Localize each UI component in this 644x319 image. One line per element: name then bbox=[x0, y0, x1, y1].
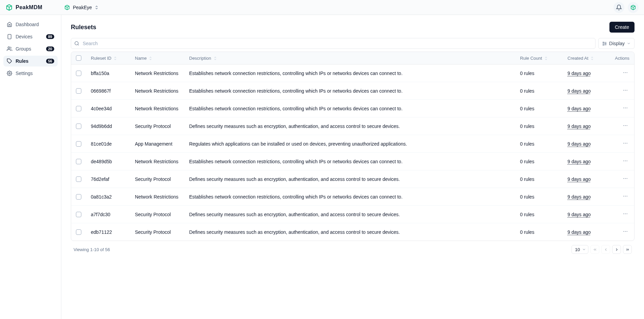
row-checkbox[interactable] bbox=[76, 106, 81, 111]
col-header-label: Ruleset ID bbox=[91, 56, 112, 61]
pager-last-button[interactable] bbox=[623, 245, 632, 254]
select-all-checkbox[interactable] bbox=[76, 55, 81, 61]
row-checkbox[interactable] bbox=[76, 212, 81, 217]
svg-point-15 bbox=[627, 72, 627, 73]
cell-created[interactable]: 9 days ago bbox=[567, 212, 591, 217]
cell-id: 81ce01de bbox=[86, 135, 130, 153]
cell-count: 0 rules bbox=[515, 117, 563, 135]
pager-prev-button[interactable] bbox=[601, 245, 610, 254]
row-actions-button[interactable] bbox=[621, 192, 629, 201]
col-header-id[interactable]: Ruleset ID bbox=[86, 52, 130, 64]
row-actions-button[interactable] bbox=[621, 139, 629, 148]
table-row[interactable]: edb71122 Security Protocol Defines secur… bbox=[71, 223, 634, 241]
row-actions-button[interactable] bbox=[621, 157, 629, 166]
chevrons-left-icon bbox=[593, 247, 597, 252]
row-actions-button[interactable] bbox=[621, 104, 629, 113]
col-header-created[interactable]: Created At bbox=[563, 52, 610, 64]
row-checkbox[interactable] bbox=[76, 71, 81, 76]
more-horizontal-icon bbox=[623, 140, 628, 146]
row-checkbox[interactable] bbox=[76, 229, 81, 235]
cell-id: 4c0ee34d bbox=[86, 100, 130, 117]
sliders-icon bbox=[602, 41, 607, 46]
cell-description: Establishes network connection restricti… bbox=[184, 64, 515, 82]
cell-id: 76d2efaf bbox=[86, 170, 130, 188]
row-checkbox[interactable] bbox=[76, 194, 81, 200]
cell-created[interactable]: 9 days ago bbox=[567, 159, 591, 164]
pager-first-button[interactable] bbox=[590, 245, 599, 254]
cell-created[interactable]: 9 days ago bbox=[567, 229, 591, 235]
cell-name: Security Protocol bbox=[130, 117, 184, 135]
cell-id: de489d5b bbox=[86, 153, 130, 170]
sidebar-item-dashboard[interactable]: Dashboard bbox=[3, 19, 58, 30]
row-checkbox[interactable] bbox=[76, 176, 81, 182]
cell-description: Establishes network connection restricti… bbox=[184, 100, 515, 117]
cell-created[interactable]: 9 days ago bbox=[567, 194, 591, 200]
cell-description: Establishes network connection restricti… bbox=[184, 153, 515, 170]
cell-name: Network Restrictions bbox=[130, 100, 184, 117]
col-header-label: Description bbox=[189, 56, 211, 61]
cell-count: 0 rules bbox=[515, 153, 563, 170]
pager-next-button[interactable] bbox=[612, 245, 621, 254]
table-row[interactable]: a7f7dc30 Security Protocol Defines secur… bbox=[71, 206, 634, 223]
row-checkbox[interactable] bbox=[76, 159, 81, 164]
row-checkbox[interactable] bbox=[76, 88, 81, 94]
table-row[interactable]: bffa150a Network Restrictions Establishe… bbox=[71, 64, 634, 82]
svg-point-33 bbox=[627, 178, 627, 179]
svg-point-25 bbox=[623, 143, 624, 144]
table-row[interactable]: 81ce01de App Management Regulates which … bbox=[71, 135, 634, 153]
notifications-button[interactable] bbox=[613, 2, 624, 13]
sidebar-item-rules[interactable]: Rules 56 bbox=[3, 56, 58, 67]
page-size-selector[interactable]: 10 bbox=[571, 245, 588, 254]
cell-created[interactable]: 9 days ago bbox=[567, 106, 591, 111]
col-header-description[interactable]: Description bbox=[184, 52, 515, 64]
header: PeakMDM PeakEye bbox=[0, 0, 644, 15]
svg-point-2 bbox=[8, 47, 9, 49]
cell-id: 0669867f bbox=[86, 82, 130, 100]
more-horizontal-icon bbox=[623, 158, 628, 164]
table-row[interactable]: 4c0ee34d Network Restrictions Establishe… bbox=[71, 100, 634, 117]
table-row[interactable]: 0a81c3a2 Network Restrictions Establishe… bbox=[71, 188, 634, 206]
col-header-count[interactable]: Rule Count bbox=[515, 52, 563, 64]
svg-point-38 bbox=[625, 213, 626, 214]
cell-count: 0 rules bbox=[515, 64, 563, 82]
row-actions-button[interactable] bbox=[621, 227, 629, 237]
cell-name: Network Restrictions bbox=[130, 64, 184, 82]
table-row[interactable]: 76d2efaf Security Protocol Defines secur… bbox=[71, 170, 634, 188]
cell-created[interactable]: 9 days ago bbox=[567, 176, 591, 182]
page-header: Rulesets Create bbox=[71, 22, 635, 33]
cell-description: Defines security measures such as encryp… bbox=[184, 223, 515, 241]
cell-count: 0 rules bbox=[515, 82, 563, 100]
avatar-button[interactable] bbox=[628, 2, 639, 13]
svg-rect-0 bbox=[8, 34, 11, 39]
sidebar-item-label: Devices bbox=[16, 34, 43, 39]
cell-name: Network Restrictions bbox=[130, 188, 184, 206]
tag-icon bbox=[7, 58, 12, 64]
sidebar-item-groups[interactable]: Groups 20 bbox=[3, 43, 58, 54]
row-actions-button[interactable] bbox=[621, 86, 629, 95]
row-actions-button[interactable] bbox=[621, 69, 629, 78]
svg-point-26 bbox=[625, 143, 626, 144]
cell-count: 0 rules bbox=[515, 135, 563, 153]
col-header-name[interactable]: Name bbox=[130, 52, 184, 64]
sidebar-item-devices[interactable]: Devices 89 bbox=[3, 31, 58, 42]
sidebar-badge: 20 bbox=[46, 46, 54, 51]
table-row[interactable]: de489d5b Network Restrictions Establishe… bbox=[71, 153, 634, 170]
create-button[interactable]: Create bbox=[609, 22, 635, 33]
cell-created[interactable]: 9 days ago bbox=[567, 88, 591, 94]
sidebar-badge: 56 bbox=[46, 59, 54, 63]
search-input[interactable] bbox=[71, 38, 596, 49]
row-checkbox[interactable] bbox=[76, 141, 81, 147]
row-checkbox[interactable] bbox=[76, 124, 81, 129]
sidebar-item-settings[interactable]: Settings bbox=[3, 68, 58, 79]
row-actions-button[interactable] bbox=[621, 210, 629, 219]
cell-created[interactable]: 9 days ago bbox=[567, 124, 591, 129]
org-selector[interactable]: PeakEye bbox=[61, 3, 101, 12]
row-actions-button[interactable] bbox=[621, 174, 629, 184]
cell-created[interactable]: 9 days ago bbox=[567, 141, 591, 147]
cell-created[interactable]: 9 days ago bbox=[567, 71, 591, 76]
row-actions-button[interactable] bbox=[621, 121, 629, 131]
table-row[interactable]: 0669867f Network Restrictions Establishe… bbox=[71, 82, 634, 100]
chevrons-right-icon bbox=[625, 247, 630, 252]
table-row[interactable]: 94d9b6dd Security Protocol Defines secur… bbox=[71, 117, 634, 135]
display-button[interactable]: Display bbox=[598, 38, 635, 49]
